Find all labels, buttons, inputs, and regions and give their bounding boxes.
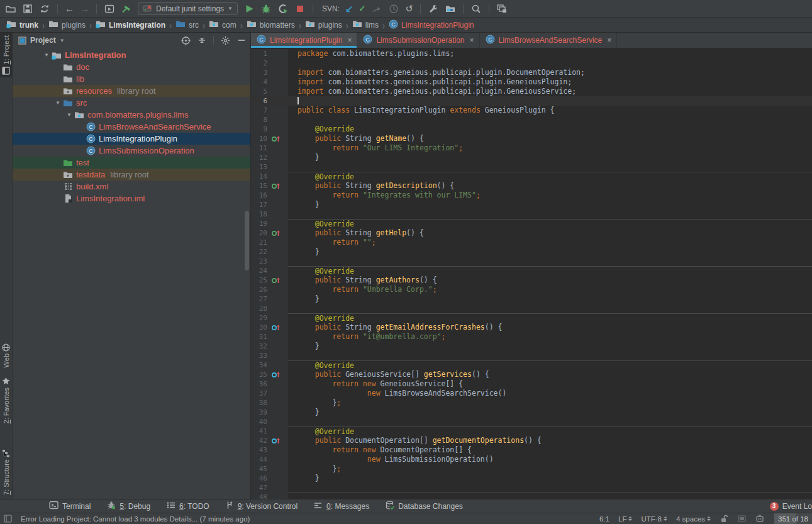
tree-row-doc[interactable]: doc	[13, 61, 250, 73]
gutter[interactable]: 28	[251, 304, 288, 313]
code-text[interactable]	[288, 209, 812, 219]
breadcrumb-item[interactable]: plugins	[47, 19, 87, 31]
code-text[interactable]	[288, 483, 812, 493]
gutter[interactable]: 8	[251, 115, 288, 125]
code-text[interactable]: @Override	[288, 360, 812, 370]
overrides-method-icon[interactable]	[270, 229, 284, 238]
toolwindow-button----messages[interactable]: 0: Messages	[314, 502, 369, 511]
tree-row-limsintegrationplugin[interactable]: CLimsIntegrationPlugin	[13, 133, 250, 145]
code-text[interactable]: return "";	[288, 238, 812, 247]
code-text[interactable]: public GeneiousService[] getServices() {	[288, 370, 812, 379]
gutter[interactable]: 17	[251, 200, 288, 209]
tree-row-lib[interactable]: lib	[13, 73, 250, 85]
close-icon[interactable]: ×	[347, 36, 352, 45]
gutter[interactable]: 33	[251, 351, 288, 360]
gutter[interactable]: 25	[251, 276, 288, 285]
gutter[interactable]: 9	[251, 125, 288, 134]
vcs-update-icon[interactable]: ↙	[345, 3, 353, 14]
status-message[interactable]: Error Loading Project: Cannot load 3 mod…	[21, 515, 250, 523]
code-text[interactable]: import com.biomatters.geneious.publicapi…	[288, 87, 812, 96]
tree-row-limsintegration-iml[interactable]: LimsIntegration.iml	[13, 192, 250, 204]
tree-expand-icon[interactable]: ▼	[53, 100, 63, 106]
gutter[interactable]: 22	[251, 247, 288, 257]
breadcrumb-item[interactable]: lims	[351, 19, 380, 31]
tree-row-com-biomatters-plugins-lims[interactable]: ▼com.biomatters.plugins.lims	[13, 109, 250, 121]
code-text[interactable]: public String getAuthors() {	[288, 276, 812, 285]
rollback-icon[interactable]: ↺	[405, 3, 413, 14]
save-icon[interactable]	[22, 3, 33, 14]
gutter[interactable]: 11	[251, 143, 288, 153]
project-panel-title[interactable]: Project	[30, 36, 56, 45]
code-text[interactable]: @Override	[288, 172, 812, 181]
gutter[interactable]: 19	[251, 219, 288, 228]
code-text[interactable]: public String getEmailAddressForCrashes(…	[288, 323, 812, 332]
code-text[interactable]: import com.biomatters.geneious.publicapi…	[288, 68, 812, 77]
code-text[interactable]	[288, 59, 812, 68]
hector-inspections-icon[interactable]	[755, 515, 764, 523]
editor-tab-limssubmissionoperation[interactable]: CLimsSubmissionOperation×	[357, 33, 479, 48]
tree-row-limsbrowseandsearchservice[interactable]: CLimsBrowseAndSearchService	[13, 121, 250, 133]
locate-file-icon[interactable]	[181, 35, 191, 45]
code-text[interactable]: public String getDescription() {	[288, 181, 812, 191]
code-text[interactable]: public String getName() {	[288, 134, 812, 143]
gutter[interactable]: 12	[251, 153, 288, 162]
gutter[interactable]: 1	[251, 49, 288, 59]
breadcrumb-item[interactable]: plugins	[304, 19, 343, 31]
gutter[interactable]: 38	[251, 398, 288, 408]
gutter[interactable]: 36	[251, 379, 288, 389]
stripe-button----project[interactable]: 1: Project	[0, 33, 13, 77]
code-text[interactable]: }	[288, 408, 812, 417]
collapse-all-icon[interactable]	[197, 35, 207, 45]
tree-row-limsintegration[interactable]: ▼LimsIntegration	[13, 49, 250, 61]
overrides-method-icon[interactable]	[270, 437, 284, 445]
code-text[interactable]: return new GeneiousService[] {	[288, 379, 812, 389]
overrides-method-icon[interactable]	[270, 323, 284, 332]
stripe-button-web[interactable]: Web	[0, 340, 13, 370]
gutter[interactable]: 48	[251, 493, 288, 499]
gutter[interactable]: 31	[251, 332, 288, 342]
debug-icon[interactable]	[260, 3, 272, 14]
code-text[interactable]: new LimsSubmissionOperation()	[288, 455, 812, 464]
gutter[interactable]: 46	[251, 474, 288, 483]
code-text[interactable]: }	[288, 247, 812, 257]
gutter[interactable]: 47	[251, 483, 288, 493]
code-text[interactable]: }	[288, 153, 812, 162]
lock-icon[interactable]	[720, 515, 728, 523]
code-text[interactable]	[288, 304, 812, 313]
code-text[interactable]	[288, 96, 812, 106]
editor-tab-limsbrowseandsearchservice[interactable]: CLimsBrowseAndSearchService×	[480, 33, 618, 48]
event-log-button[interactable]: 3Event Lo	[770, 502, 812, 511]
code-text[interactable]: @Override	[288, 313, 812, 323]
memory-indicator[interactable]: 351 of 18	[774, 513, 812, 524]
run-icon[interactable]	[243, 3, 255, 14]
gutter[interactable]: 43	[251, 445, 288, 455]
gutter[interactable]: 30	[251, 323, 288, 332]
code-editor[interactable]: 1package com.biomatters.plugins.lims;23i…	[251, 48, 812, 499]
tree-row-src[interactable]: ▼src	[13, 97, 250, 109]
tree-expand-icon[interactable]: ▼	[42, 52, 52, 58]
gutter[interactable]: 32	[251, 342, 288, 351]
gutter[interactable]: 29	[251, 313, 288, 323]
stripe-button----favorites[interactable]: 2: Favorites	[0, 374, 13, 426]
vcs-commit-icon[interactable]: ✓	[359, 4, 366, 13]
overrides-method-icon[interactable]	[270, 182, 284, 191]
overrides-method-icon[interactable]	[270, 135, 284, 143]
save-layout-icon[interactable]	[496, 3, 508, 14]
breadcrumb-item[interactable]: trunk	[5, 19, 40, 31]
editor-tab-limsintegrationplugin[interactable]: CLimsIntegrationPlugin×	[251, 33, 357, 48]
toolwindow-button----version-control[interactable]: 9: Version Control	[226, 501, 298, 511]
code-text[interactable]: public String getHelp() {	[288, 228, 812, 238]
code-text[interactable]	[288, 417, 812, 426]
indent-select[interactable]: 4 spaces	[676, 515, 711, 523]
gutter[interactable]: 18	[251, 209, 288, 219]
overrides-method-icon[interactable]	[270, 276, 284, 285]
encoding-select[interactable]: UTF-8	[641, 515, 667, 523]
code-text[interactable]: @Override	[288, 266, 812, 276]
gutter[interactable]: 23	[251, 257, 288, 266]
gutter[interactable]: 16	[251, 191, 288, 200]
breadcrumb-item[interactable]: LimsIntegration	[94, 19, 167, 31]
code-text[interactable]	[288, 115, 812, 125]
breadcrumb-item[interactable]: CLimsIntegrationPlugin	[387, 20, 475, 31]
tree-row-test[interactable]: test	[13, 157, 250, 169]
synchronize-icon[interactable]	[39, 3, 50, 14]
